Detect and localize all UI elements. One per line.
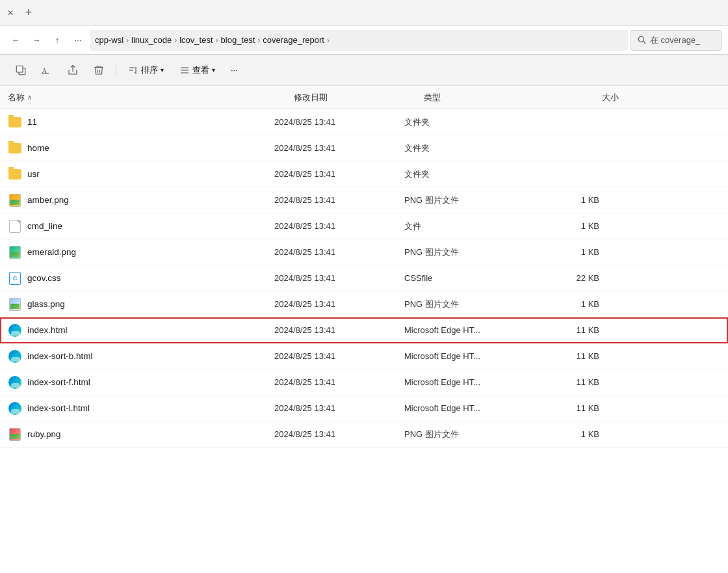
folder-icon (8, 117, 21, 127)
file-size: 1 KB (534, 195, 599, 205)
copy-button[interactable] (9, 59, 32, 82)
table-row[interactable]: emerald.png 2024/8/25 13:41 PNG 图片文件 1 K… (0, 239, 728, 265)
table-row[interactable]: gcov.css 2024/8/25 13:41 CSSfile 22 KB (0, 265, 728, 291)
delete-button[interactable] (87, 59, 110, 82)
file-name: emerald.png (8, 245, 274, 260)
table-row[interactable]: index-sort-f.html 2024/8/25 13:41 Micros… (0, 369, 728, 395)
table-row[interactable]: amber.png 2024/8/25 13:41 PNG 图片文件 1 KB (0, 187, 728, 213)
view-button[interactable]: 查看 ▾ (173, 59, 222, 82)
search-box[interactable]: 在 coverage_ (630, 30, 722, 51)
file-date: 2024/8/25 13:41 (274, 403, 404, 413)
file-type: PNG 图片文件 (404, 429, 534, 440)
file-size: 11 KB (534, 351, 599, 361)
sort-button[interactable]: 排序 ▾ (122, 59, 170, 82)
file-icon-container (8, 219, 22, 233)
file-icon-container (8, 245, 22, 260)
file-icon-container (8, 375, 22, 390)
breadcrumb-lcov-test[interactable]: lcov_test (179, 35, 213, 45)
file-icon-container (8, 349, 22, 364)
breadcrumb-cpp-wsl[interactable]: cpp-wsl (95, 35, 124, 45)
close-button[interactable]: ✕ (5, 8, 16, 18)
file-date: 2024/8/25 13:41 (274, 273, 404, 283)
file-type: PNG 图片文件 (404, 247, 534, 258)
file-type: Microsoft Edge HT... (404, 351, 534, 361)
column-name[interactable]: 名称 ∧ (8, 92, 294, 103)
share-button[interactable] (61, 59, 84, 82)
table-row[interactable]: index-sort-l.html 2024/8/25 13:41 Micros… (0, 395, 728, 421)
file-type: PNG 图片文件 (404, 299, 534, 310)
file-size: 22 KB (534, 273, 599, 283)
file-list-header: 名称 ∧ 修改日期 类型 大小 (0, 86, 728, 109)
file-date: 2024/8/25 13:41 (274, 195, 404, 205)
file-icon-container (8, 297, 22, 312)
file-date: 2024/8/25 13:41 (274, 247, 404, 257)
breadcrumb-blog-test[interactable]: blog_test (221, 35, 255, 45)
file-icon-container (8, 115, 22, 129)
table-row[interactable]: glass.png 2024/8/25 13:41 PNG 图片文件 1 KB (0, 291, 728, 317)
file-size: 11 KB (534, 377, 599, 387)
search-icon (638, 36, 646, 44)
column-size[interactable]: 大小 (554, 92, 619, 103)
breadcrumb-sep-2: › (174, 36, 177, 45)
png-icon (9, 246, 21, 259)
view-chevron: ▾ (212, 66, 215, 73)
file-name: index-sort-l.html (8, 401, 274, 416)
toolbar-separator-1 (116, 64, 116, 77)
copy-icon (15, 64, 27, 76)
file-icon-container (8, 193, 22, 207)
nav-up-button[interactable]: ↑ (48, 31, 66, 49)
file-type: CSSfile (404, 273, 534, 283)
breadcrumb-sep-5: › (327, 36, 330, 45)
file-name: index.html (8, 323, 274, 338)
title-bar: ✕ + (0, 0, 728, 26)
nav-back-button[interactable]: ← (6, 31, 25, 49)
file-date: 2024/8/25 13:41 (274, 143, 404, 153)
file-name: home (8, 141, 274, 155)
file-name: amber.png (8, 193, 274, 207)
sort-chevron: ▾ (161, 66, 164, 73)
table-row[interactable]: ruby.png 2024/8/25 13:41 PNG 图片文件 1 KB (0, 421, 728, 447)
file-size: 1 KB (534, 299, 599, 309)
edge-icon (8, 324, 21, 337)
file-date: 2024/8/25 13:41 (274, 325, 404, 335)
sort-arrow-name: ∧ (27, 94, 32, 101)
new-tab-button[interactable]: + (21, 5, 36, 21)
table-row[interactable]: cmd_line 2024/8/25 13:41 文件 1 KB (0, 213, 728, 239)
file-name: gcov.css (8, 271, 274, 286)
search-placeholder: 在 coverage_ (650, 34, 700, 46)
more-button[interactable]: ··· (224, 59, 244, 82)
file-date: 2024/8/25 13:41 (274, 117, 404, 127)
file-name: usr (8, 167, 274, 181)
breadcrumb-sep-4: › (257, 36, 260, 45)
table-row[interactable]: index.html 2024/8/25 13:41 Microsoft Edg… (0, 317, 728, 343)
share-icon (67, 64, 79, 76)
column-type[interactable]: 类型 (424, 92, 554, 103)
column-date[interactable]: 修改日期 (294, 92, 424, 103)
edge-icon (8, 402, 21, 415)
breadcrumb-linux-code[interactable]: linux_code (131, 35, 172, 45)
breadcrumb: 名称 cpp-wsl › linux_code › lcov_test › bl… (90, 30, 628, 51)
table-row[interactable]: usr 2024/8/25 13:41 文件夹 (0, 161, 728, 187)
file-date: 2024/8/25 13:41 (274, 221, 404, 231)
breadcrumb-coverage-report[interactable]: coverage_report (263, 35, 324, 45)
rename-icon: A (41, 64, 53, 76)
file-list-container: 名称 ∧ 修改日期 类型 大小 11 2024/8/25 13:41 文件夹 h… (0, 86, 728, 573)
folder-icon (8, 169, 21, 180)
nav-more-button[interactable]: ··· (69, 31, 87, 49)
file-type: Microsoft Edge HT... (404, 325, 534, 335)
table-row[interactable]: index-sort-b.html 2024/8/25 13:41 Micros… (0, 343, 728, 369)
png-icon (9, 428, 21, 441)
svg-point-0 (638, 36, 644, 42)
nav-forward-button[interactable]: → (27, 31, 46, 49)
table-row[interactable]: 11 2024/8/25 13:41 文件夹 (0, 109, 728, 135)
table-row[interactable]: home 2024/8/25 13:41 文件夹 (0, 135, 728, 161)
edge-icon (8, 350, 21, 363)
breadcrumb-sep-1: › (126, 36, 129, 45)
file-type: 文件夹 (404, 116, 534, 128)
rename-button[interactable]: A (35, 59, 58, 82)
file-date: 2024/8/25 13:41 (274, 429, 404, 439)
file-icon-container (8, 323, 22, 338)
png-icon (9, 194, 21, 207)
file-icon-container (8, 271, 22, 286)
file-type: 文件 (404, 220, 534, 232)
